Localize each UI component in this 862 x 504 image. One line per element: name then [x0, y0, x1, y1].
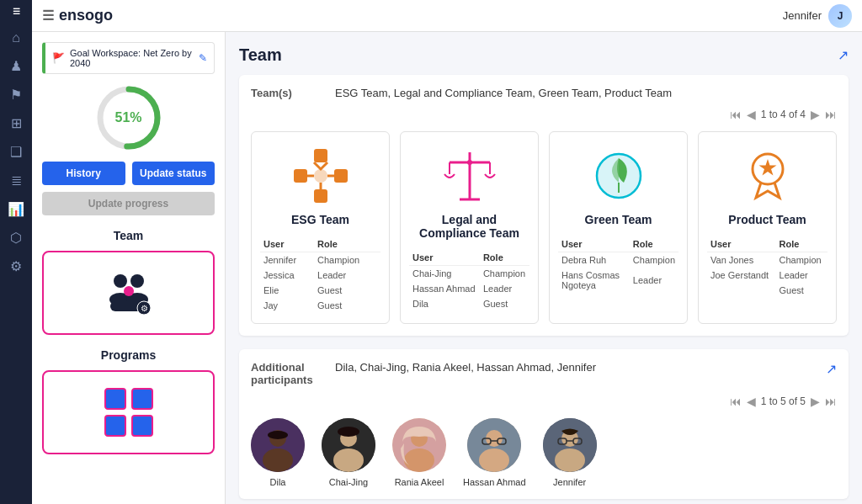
goal-banner: 🚩 Goal Workspace: Net Zero by 2040 ✎ — [42, 42, 215, 74]
svg-rect-13 — [132, 416, 152, 436]
svg-point-23 — [467, 160, 472, 165]
additional-value: Dila, Chai-Jing, Rania Akeel, Hassan Ahm… — [335, 361, 819, 374]
action-buttons: History Update status — [42, 162, 215, 185]
menu-icon[interactable]: ☰ — [42, 8, 54, 24]
sidebar-item-chart[interactable]: 📊 — [8, 203, 24, 216]
col-role-esg: Role — [314, 236, 380, 252]
table-row: Chai-JingChampion — [409, 266, 529, 282]
team-card-legal: Legal and Compliance Team User Role Chai… — [400, 131, 539, 324]
svg-point-36 — [333, 448, 364, 472]
sidebar-item-hex[interactable]: ⬡ — [10, 231, 22, 245]
history-button[interactable]: History — [42, 162, 125, 185]
svg-marker-29 — [758, 159, 776, 176]
team-cards: ESG Team User Role JenniferChampion Jess — [251, 131, 837, 324]
svg-rect-10 — [105, 389, 125, 409]
team-card-esg: ESG Team User Role JenniferChampion Jess — [251, 131, 390, 324]
participant-hassan: Hassan Ahmad — [463, 418, 526, 487]
first-page-btn[interactable]: ⏮ — [730, 108, 742, 121]
svg-point-18 — [314, 169, 327, 183]
table-row: JayGuest — [260, 298, 380, 313]
table-row: ElieGuest — [260, 283, 380, 298]
update-status-button[interactable]: Update status — [132, 162, 216, 185]
right-panel: Team ↗ Team(s) ESG Team, Legal and Compl… — [226, 32, 862, 504]
svg-point-40 — [404, 448, 434, 472]
team-icon-box: ⚙ — [42, 251, 215, 335]
next-page-btn[interactable]: ▶ — [811, 108, 820, 121]
sidebar-item-list[interactable]: ≣ — [11, 174, 22, 188]
programs-icon-box — [42, 370, 215, 454]
sidebar-item-flag[interactable]: ⚑ — [10, 88, 22, 102]
participants-pagination: ⏮ ◀ 1 to 5 of 5 ▶ ⏭ — [251, 395, 837, 408]
participants-row: Dila Chai-Jing — [251, 418, 837, 487]
table-row: Van JonesChampion — [707, 252, 827, 268]
participant-name-rania: Rania Akeel — [395, 477, 444, 487]
sidebar-item-home[interactable]: ⌂ — [12, 31, 20, 45]
panel-header: Team ↗ — [239, 45, 849, 65]
main-container: ☰ ensogo Jennifer J 🚩 Goal Workspace: Ne… — [32, 0, 862, 504]
col-user-esg: User — [260, 236, 314, 252]
sidebar-item-settings[interactable]: ⚙ — [10, 260, 22, 273]
svg-text:⚙: ⚙ — [141, 304, 148, 313]
page-title: Team — [239, 45, 282, 65]
team-section-title: Team — [42, 229, 215, 242]
topnav: ☰ ensogo Jennifer J — [32, 0, 862, 32]
table-row: Hans Cosmas NgoteyaLeader — [558, 268, 678, 293]
team-icon: ⚙ — [102, 266, 156, 320]
participant-rania: Rania Akeel — [392, 418, 446, 487]
product-icon — [707, 146, 827, 206]
external-link-icon[interactable]: ↗ — [838, 47, 849, 63]
legal-team-table: User Role Chai-JingChampion Hassan Ahmad… — [409, 250, 529, 311]
team-card-green: Green Team User Role Debra RuhChampion H — [549, 131, 688, 324]
teams-value: ESG Team, Legal and Compliance Team, Gre… — [335, 87, 837, 99]
prev-page-btn[interactable]: ◀ — [747, 108, 756, 121]
sidebar-item-chess[interactable]: ♟ — [10, 60, 22, 73]
participants-section: Additional participants Dila, Chai-Jing,… — [239, 349, 849, 499]
participant-avatar-chaijing — [322, 418, 375, 472]
participant-name-jennifer: Jennifer — [553, 477, 586, 487]
col-user-product: User — [707, 236, 776, 252]
legal-team-name: Legal and Compliance Team — [409, 213, 529, 240]
participants-first-btn[interactable]: ⏮ — [730, 395, 742, 408]
table-row: Hassan AhmadLeader — [409, 281, 529, 296]
participants-link-icon[interactable]: ↗ — [826, 361, 837, 377]
svg-point-2 — [114, 274, 127, 288]
participants-last-btn[interactable]: ⏭ — [825, 395, 837, 408]
team-section: Team(s) ESG Team, Legal and Compliance T… — [239, 75, 849, 336]
table-row: Debra RuhChampion — [558, 252, 678, 268]
table-row: DilaGuest — [409, 296, 529, 311]
col-user-legal: User — [409, 250, 480, 266]
edit-icon[interactable]: ✎ — [199, 52, 207, 64]
participants-prev-btn[interactable]: ◀ — [747, 395, 756, 408]
teams-row: Team(s) ESG Team, Legal and Compliance T… — [251, 87, 837, 99]
participant-name-chaijing: Chai-Jing — [329, 477, 368, 487]
svg-point-6 — [124, 286, 134, 296]
left-panel: 🚩 Goal Workspace: Net Zero by 2040 ✎ 51%… — [32, 32, 226, 504]
participant-jennifer: Jennifer — [543, 418, 597, 487]
participant-name-dila: Dila — [270, 477, 286, 487]
participants-next-btn[interactable]: ▶ — [811, 395, 820, 408]
sidebar-item-layers[interactable]: ❑ — [10, 146, 22, 159]
topnav-logo: ☰ ensogo — [42, 7, 113, 24]
green-team-table: User Role Debra RuhChampion Hans Cosmas … — [558, 236, 678, 293]
table-row: Guest — [707, 283, 827, 298]
last-page-btn[interactable]: ⏭ — [825, 108, 837, 121]
sidebar-item-grid[interactable]: ⊞ — [11, 117, 22, 130]
table-row: JessicaLeader — [260, 268, 380, 283]
svg-rect-16 — [334, 169, 348, 183]
participant-avatar-jennifer — [543, 418, 597, 472]
programs-icon — [102, 385, 156, 439]
topnav-user: Jennifer J — [783, 4, 852, 28]
sidebar-logo: ☰ — [13, 7, 20, 16]
progress-label: 51% — [114, 110, 141, 125]
participant-name-hassan: Hassan Ahmad — [463, 477, 526, 487]
green-team-name: Green Team — [558, 213, 678, 226]
product-team-table: User Role Van JonesChampion Joe Gerstand… — [707, 236, 827, 298]
avatar[interactable]: J — [828, 4, 852, 28]
update-progress-button[interactable]: Update progress — [42, 192, 215, 215]
svg-point-33 — [268, 431, 288, 439]
participant-avatar-hassan — [467, 418, 521, 472]
progress-section: 51% — [42, 84, 215, 151]
svg-point-37 — [338, 427, 359, 437]
svg-point-32 — [263, 448, 293, 472]
esg-team-name: ESG Team — [260, 213, 380, 226]
